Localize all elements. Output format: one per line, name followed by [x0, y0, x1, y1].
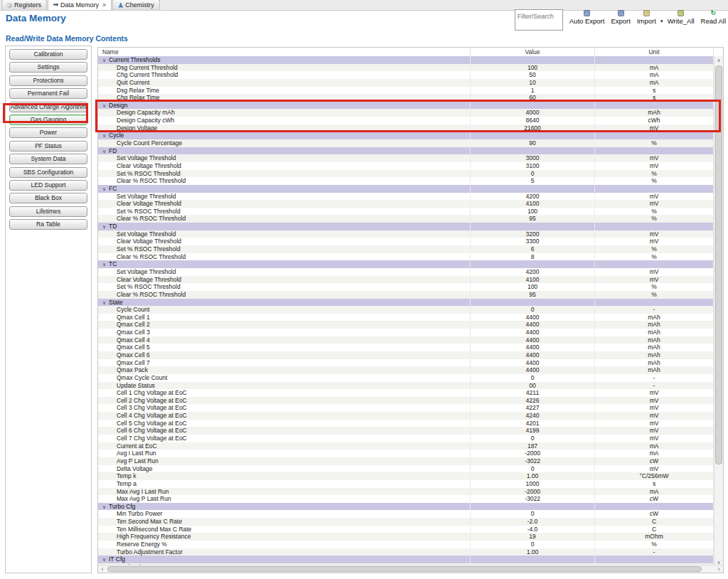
table-row-avg-p-last-run[interactable]: Avg P Last Run-3022cW [98, 457, 714, 465]
table-row-set-rsoc-threshold[interactable]: Set % RSOC Threshold100% [98, 283, 714, 291]
collapse-chevron-icon[interactable]: ∨ [102, 223, 109, 230]
row-value[interactable]: 4200 [471, 268, 595, 276]
horizontal-scrollbar-thumb[interactable] [107, 566, 702, 572]
section-row-turbo-cfg[interactable]: ∨Turbo Cfg [98, 503, 714, 511]
table-row-design-capacity-mah[interactable]: Design Capacity mAh4000mAh [98, 109, 714, 117]
row-value[interactable]: 3300 [471, 238, 595, 245]
table-row-set-rsoc-threshold[interactable]: Set % RSOC Threshold100% [98, 208, 714, 216]
table-row-qmax-cell-5[interactable]: Qmax Cell 54400mAh [98, 344, 714, 351]
table-row-qmax-cell-4[interactable]: Qmax Cell 44400mAh [98, 336, 714, 344]
sidebar-item-permanent-fail[interactable]: Permanent Fail [9, 88, 87, 99]
section-row-it-cfg[interactable]: ∨IT Cfg [98, 556, 714, 563]
row-value[interactable]: -4.0 [471, 526, 595, 533]
table-row-avg-i-last-run[interactable]: Avg I Last Run-2000mA [98, 450, 714, 457]
table-row-chg-current-threshold[interactable]: Chg Current Threshold50mA [98, 71, 714, 79]
table-row-clear-rsoc-threshold[interactable]: Clear % RSOC Threshold95% [98, 215, 714, 223]
row-value[interactable]: 4400 [471, 344, 595, 351]
row-value[interactable]: 100 [471, 283, 595, 291]
filter-search-input[interactable] [515, 9, 563, 31]
row-value[interactable]: 4199 [471, 427, 595, 435]
vertical-scrollbar-thumb[interactable] [715, 65, 722, 464]
export-button[interactable]: Export [611, 9, 630, 25]
vertical-scrollbar[interactable]: ∧ ∨ [714, 56, 723, 566]
tab-chemistry[interactable]: Chemistry [112, 0, 160, 10]
row-value[interactable]: -3022 [471, 457, 595, 465]
collapse-chevron-icon[interactable]: ∨ [102, 261, 109, 268]
row-value[interactable]: 4000 [471, 109, 595, 117]
row-value[interactable]: 00 [471, 382, 595, 390]
table-row-clear-rsoc-threshold[interactable]: Clear % RSOC Threshold5% [98, 177, 714, 185]
row-value[interactable]: 5 [471, 177, 595, 185]
table-row-set-rsoc-threshold[interactable]: Set % RSOC Threshold0% [98, 170, 714, 178]
scroll-right-icon[interactable]: › [714, 565, 723, 573]
row-value[interactable]: 1.00 [471, 548, 595, 556]
table-row-set-rsoc-threshold[interactable]: Set % RSOC Threshold6% [98, 245, 714, 253]
row-value[interactable]: 100 [471, 208, 595, 216]
row-value[interactable]: 4227 [471, 404, 595, 412]
row-value[interactable]: 0 [471, 374, 595, 382]
table-row-set-voltage-threshold[interactable]: Set Voltage Threshold3000mV [98, 154, 714, 162]
row-value[interactable]: 4100 [471, 200, 595, 208]
collapse-chevron-icon[interactable]: ∨ [102, 102, 109, 110]
table-row-current-at-eoc[interactable]: Current at EoC187mA [98, 442, 714, 450]
table-row-set-voltage-threshold[interactable]: Set Voltage Threshold4200mV [98, 193, 714, 201]
row-value[interactable]: 4400 [471, 359, 595, 367]
scroll-left-icon[interactable]: ‹ [98, 565, 107, 573]
table-row-quit-current[interactable]: Quit Current10mA [98, 79, 714, 87]
tab-close-icon[interactable]: × [102, 1, 106, 9]
row-value[interactable]: 50 [471, 71, 595, 79]
section-row-state[interactable]: ∨State [98, 299, 714, 307]
table-row-temp-a[interactable]: Temp a1000s [98, 480, 714, 488]
table-row-min-turbo-power[interactable]: Min Turbo Power0cW [98, 510, 714, 518]
column-header-value[interactable]: Value [471, 48, 595, 56]
collapse-chevron-icon[interactable]: ∨ [102, 148, 109, 155]
table-row-set-voltage-threshold[interactable]: Set Voltage Threshold3200mV [98, 230, 714, 238]
import-button[interactable]: Import [637, 9, 656, 25]
row-value[interactable]: 3200 [471, 230, 595, 238]
row-value[interactable]: 21600 [471, 124, 595, 132]
table-row-clear-rsoc-threshold[interactable]: Clear % RSOC Threshold8% [98, 253, 714, 261]
row-value[interactable]: 90 [471, 139, 595, 147]
section-row-tc[interactable]: ∨TC [98, 260, 714, 268]
table-row-clear-voltage-threshold[interactable]: Clear Voltage Threshold3100mV [98, 162, 714, 170]
row-value[interactable]: 0 [471, 435, 595, 442]
row-value[interactable]: 10 [471, 79, 595, 87]
sidebar-item-black-box[interactable]: Black Box [9, 193, 87, 203]
section-row-cycle[interactable]: ∨Cycle [98, 132, 714, 139]
row-value[interactable]: 1 [471, 87, 595, 95]
row-value[interactable]: 4400 [471, 329, 595, 336]
table-row-cell-5-chg-voltage-at-eoc[interactable]: Cell 5 Chg Voltage at EoC4201mV [98, 420, 714, 427]
collapse-chevron-icon[interactable]: ∨ [102, 186, 109, 193]
table-row-temp-k[interactable]: Temp k1.00°C/256mW [98, 472, 714, 480]
row-value[interactable]: 4211 [471, 389, 595, 397]
row-value[interactable]: 1.00 [471, 472, 595, 480]
sidebar-item-lifetimes[interactable]: Lifetimes [9, 206, 87, 217]
row-value[interactable]: -2000 [471, 450, 595, 457]
row-value[interactable]: 187 [471, 442, 595, 450]
import-dropdown-icon[interactable]: ▼ [660, 19, 664, 23]
table-row-cell-1-chg-voltage-at-eoc[interactable]: Cell 1 Chg Voltage at EoC4211mV [98, 389, 714, 397]
sidebar-item-system-data[interactable]: System Data [9, 154, 87, 164]
row-value[interactable]: 19 [471, 533, 595, 541]
table-row-reserve-energy[interactable]: Reserve Energy %0% [98, 541, 714, 548]
table-row-design-capacity-cwh[interactable]: Design Capacity cWh8640cWh [98, 117, 714, 124]
row-value[interactable]: 60 [471, 94, 595, 102]
row-value[interactable]: 4400 [471, 314, 595, 322]
table-row-dsg-relax-time[interactable]: Dsg Relax Time1s [98, 87, 714, 95]
sidebar-item-protections[interactable]: Protections [9, 75, 87, 86]
table-row-turbo-adjustment-factor[interactable]: Turbo Adjustment Factor1.00- [98, 548, 714, 556]
table-row-design-voltage[interactable]: Design Voltage21600mV [98, 124, 714, 132]
row-value[interactable]: 0 [471, 541, 595, 548]
table-row-delta-voltage[interactable]: Delta Voltage0mV [98, 465, 714, 473]
read-all-button[interactable]: ↻Read All [701, 9, 726, 25]
row-value[interactable]: 4100 [471, 276, 595, 284]
sidebar-item-settings[interactable]: Settings [9, 62, 87, 73]
table-row-clear-rsoc-threshold[interactable]: Clear % RSOC Threshold95% [98, 291, 714, 299]
row-value[interactable]: 1000 [471, 480, 595, 488]
section-row-current-thresholds[interactable]: ∨Current Thresholds [98, 56, 714, 64]
sidebar-item-advanced-charge-algorithm[interactable]: Advanced Charge Algorithm [9, 102, 87, 112]
row-value[interactable]: -2.0 [471, 518, 595, 526]
table-row-dsg-current-threshold[interactable]: Dsg Current Threshold100mA [98, 64, 714, 72]
row-value[interactable]: 4400 [471, 366, 595, 374]
collapse-chevron-icon[interactable]: ∨ [102, 504, 109, 511]
